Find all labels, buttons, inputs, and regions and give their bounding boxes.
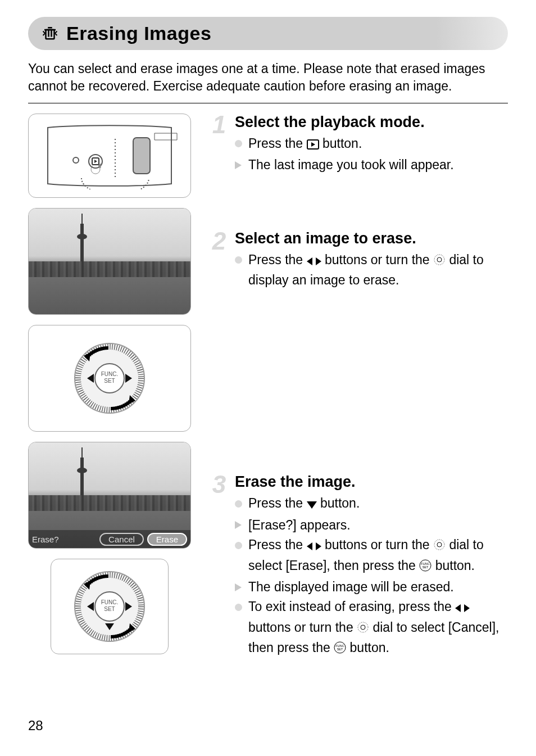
instruction: Press the buttons or turn the dial to se… [235,536,508,577]
illustration-column: FUNC. SET Erase? Cancel Erase [28,114,191,660]
instruction: Press the button. [235,134,508,155]
result: The displayed image will be erased. [235,578,508,596]
step-title: Select an image to erase. [235,230,508,247]
svg-marker-41 [464,604,470,612]
svg-rect-1 [133,138,150,174]
control-dial-leftright: FUNC. SET [28,325,191,432]
divider [28,103,508,103]
section-title-bar: Erasing Images [28,17,508,50]
erase-title-icon [42,24,58,43]
section-title: Erasing Images [66,22,211,44]
svg-marker-28 [307,257,312,265]
lcd-erase-prompt: Erase? Cancel Erase [28,442,191,549]
svg-text:FUNC.: FUNC. [101,371,119,377]
page-number: 28 [28,718,43,734]
left-right-icon [307,252,321,271]
svg-marker-29 [316,257,321,265]
step-number: 2 [208,230,230,291]
left-right-icon [455,599,470,618]
svg-marker-32 [307,501,317,509]
playback-icon [307,136,319,155]
svg-point-31 [437,257,442,262]
step-3: 3 Erase the image. Press the button. [Er… [208,473,508,660]
dial-icon [433,252,446,271]
svg-point-36 [437,542,442,547]
step-number: 1 [208,114,230,176]
left-right-icon [307,537,321,556]
down-icon [307,496,317,514]
step-number: 3 [208,473,230,660]
step-title: Select the playback mode. [235,114,508,131]
svg-point-42 [358,622,368,632]
result: The last image you took will appear. [235,156,508,174]
step-1: 1 Select the playback mode. Press the bu… [208,114,508,176]
lcd-preview-image [28,208,191,315]
svg-point-35 [434,540,444,550]
control-dial-down: FUNC. SET [51,559,169,654]
result: [Erase?] appears. [235,516,508,535]
svg-point-3 [73,157,79,163]
instruction: Press the button. [235,494,508,514]
svg-text:SET: SET [337,648,343,651]
svg-text:FUNC.: FUNC. [101,599,119,605]
intro-text: You can select and erase images one at a… [28,60,508,95]
instruction: To exit instead of erasing, press the bu… [235,597,508,659]
svg-marker-27 [311,142,315,147]
svg-marker-34 [316,542,321,550]
instruction: Press the buttons or turn the dial to di… [235,251,508,290]
svg-marker-33 [307,542,312,550]
svg-point-43 [361,625,365,630]
step-title: Erase the image. [235,473,508,491]
steps-column: 1 Select the playback mode. Press the bu… [208,114,508,660]
dial-icon [357,620,369,639]
svg-text:SET: SET [423,565,429,569]
erase-option: Erase [147,533,187,546]
svg-text:SET: SET [104,378,115,384]
camera-back-diagram [28,114,191,198]
svg-marker-40 [455,604,461,612]
svg-point-30 [434,255,444,265]
svg-marker-6 [94,160,97,163]
step-2: 2 Select an image to erase. Press the bu… [208,230,508,291]
func-set-icon: FUNCSET [334,640,346,659]
func-set-icon: FUNCSET [419,558,431,577]
svg-text:SET: SET [104,606,115,612]
dial-icon [433,537,446,556]
svg-rect-0 [46,30,54,39]
erase-prompt-label: Erase? [32,535,59,544]
cancel-option: Cancel [99,533,144,546]
